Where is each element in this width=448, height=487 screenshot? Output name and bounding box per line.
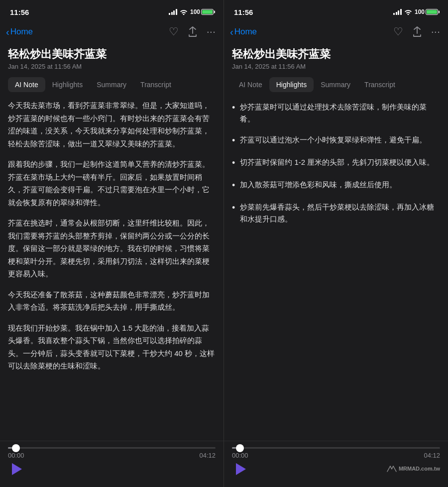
status-time-right: 11:56 — [234, 8, 253, 16]
status-icons-right: 100 — [393, 8, 438, 15]
audio-track-right[interactable] — [232, 447, 440, 449]
chevron-left-icon: ‹ — [6, 27, 9, 37]
audio-current-time-left: 00:00 — [8, 452, 24, 459]
nav-bar-left: ‹ Home ♡ ··· — [0, 22, 224, 44]
signal-icon-left — [169, 9, 177, 15]
paragraph-4: 今天我还准备了散茶菇，这种蘑菇颜色非常漂亮，炒芥蓝时加入非常合适。将茶菇洗净后把… — [8, 288, 216, 314]
audio-player-right: 00:00 04:12 — [224, 441, 448, 487]
play-button-right[interactable] — [232, 461, 248, 477]
more-icon-left[interactable]: ··· — [207, 25, 216, 38]
highlight-item-5: 炒菜前先爆香蒜头，然后干炒菜梗以去除涩味，再加入冰糖和水提升口感。 — [232, 201, 440, 225]
nav-home-label-left: Home — [10, 27, 33, 37]
tabs-right: AI Note Highlights Summary Transcript — [224, 72, 448, 97]
tabs-left: AI Note Highlights Summary Transcript — [0, 72, 224, 97]
status-bar-right: 11:56 100 — [224, 0, 448, 22]
audio-times-left: 00:00 04:12 — [8, 452, 216, 459]
nav-home-label-right: Home — [234, 27, 257, 37]
nav-actions-left: ♡ ··· — [169, 25, 216, 38]
audio-total-time-right: 04:12 — [424, 452, 440, 459]
article-header-left: 轻松炒出美味芥蓝菜 Jan 14, 2025 at 11:56 AM — [0, 44, 224, 72]
watermark-text: MRMAD.com.tw — [399, 466, 440, 472]
back-button-right[interactable]: ‹ Home — [230, 27, 257, 37]
left-phone: 11:56 100 ‹ Home — [0, 0, 224, 487]
battery-left: 100 — [190, 8, 214, 15]
audio-player-left: 00:00 04:12 — [0, 441, 224, 487]
tab-ai-note-left[interactable]: AI Note — [8, 77, 45, 92]
highlight-item-2: 芥蓝可以通过泡水一个小时恢复翠绿和弹性，避免干扁。 — [232, 134, 440, 147]
article-date-left: Jan 14, 2025 at 11:56 AM — [8, 63, 216, 70]
share-icon-right[interactable] — [412, 26, 422, 37]
content-text-left: 今天我去菜市场，看到芥蓝菜非常翠绿。但是，大家知道吗，炒芥蓝菜的时候也有一些小窍… — [8, 99, 216, 372]
status-bar-left: 11:56 100 — [0, 0, 224, 22]
article-header-right: 轻松炒出美味芥蓝菜 Jan 14, 2025 at 11:56 AM — [224, 44, 448, 72]
audio-total-time-left: 04:12 — [199, 452, 216, 459]
signal-icon-right — [393, 9, 402, 15]
highlights-list: 炒芥蓝菜时可以通过处理技术去除苦涩味，制作美味的菜肴。 芥蓝可以通过泡水一个小时… — [232, 99, 440, 236]
battery-icon-left — [201, 9, 214, 15]
tab-transcript-right[interactable]: Transcript — [357, 77, 402, 92]
wifi-icon-right — [404, 9, 412, 15]
battery-right: 100 — [415, 8, 438, 15]
status-time-left: 11:56 — [10, 8, 29, 16]
article-title-left: 轻松炒出美味芥蓝菜 — [8, 48, 216, 61]
highlight-item-4: 加入散茶菇可增添色彩和风味，撕成丝后使用。 — [232, 179, 440, 192]
more-icon-right[interactable]: ··· — [431, 25, 440, 38]
paragraph-5: 现在我们开始炒菜。我在锅中加入 1.5 大匙的油，接着加入蒜头爆香。我喜欢整个蒜… — [8, 322, 216, 372]
tab-transcript-left[interactable]: Transcript — [133, 77, 178, 92]
paragraph-3: 芥蓝在挑选时，通常会从根部切断，这里纤维比较粗。因此，我们需要将芥蓝的头部整齐剪… — [8, 217, 216, 280]
highlights-area-right: 炒芥蓝菜时可以通过处理技术去除苦涩味，制作美味的菜肴。 芥蓝可以通过泡水一个小时… — [224, 97, 448, 441]
chevron-left-icon-right: ‹ — [230, 27, 233, 37]
tab-summary-left[interactable]: Summary — [90, 77, 133, 92]
content-area-left: 今天我去菜市场，看到芥蓝菜非常翠绿。但是，大家知道吗，炒芥蓝菜的时候也有一些小窍… — [0, 97, 224, 441]
right-phone: 11:56 100 ‹ Home — [224, 0, 448, 487]
tab-summary-right[interactable]: Summary — [314, 77, 357, 92]
audio-times-right: 00:00 04:12 — [232, 452, 440, 459]
back-button-left[interactable]: ‹ Home — [6, 27, 33, 37]
play-button-left[interactable] — [8, 461, 24, 477]
battery-icon-right — [426, 9, 438, 15]
tab-highlights-left[interactable]: Highlights — [45, 77, 90, 92]
audio-controls-left — [8, 461, 216, 477]
status-icons-left: 100 — [169, 8, 214, 15]
article-date-right: Jan 14, 2025 at 11:56 AM — [232, 63, 440, 70]
nav-bar-right: ‹ Home ♡ ··· — [224, 22, 448, 44]
paragraph-2: 跟着我的步骤，我们一起制作这道简单又营养的清炒芥蓝菜。芥蓝在菜市场上大约一磅有半… — [8, 158, 216, 209]
nav-actions-right: ♡ ··· — [393, 25, 440, 38]
highlight-item-1: 炒芥蓝菜时可以通过处理技术去除苦涩味，制作美味的菜肴。 — [232, 101, 440, 125]
highlight-item-3: 切芥蓝时保留约 1-2 厘米的头部，先斜刀切菜梗以便入味。 — [232, 156, 440, 170]
watermark: MRMAD.com.tw — [387, 465, 440, 472]
audio-track-left[interactable] — [8, 447, 216, 449]
share-icon-left[interactable] — [188, 26, 198, 37]
audio-current-time-right: 00:00 — [232, 452, 248, 459]
tab-highlights-right[interactable]: Highlights — [269, 77, 314, 92]
wifi-icon-left — [180, 9, 188, 15]
heart-icon-right[interactable]: ♡ — [393, 25, 403, 38]
heart-icon-left[interactable]: ♡ — [169, 25, 179, 38]
article-title-right: 轻松炒出美味芥蓝菜 — [232, 48, 440, 61]
paragraph-1: 今天我去菜市场，看到芥蓝菜非常翠绿。但是，大家知道吗，炒芥蓝菜的时候也有一些小窍… — [8, 99, 216, 150]
tab-ai-note-right[interactable]: AI Note — [232, 77, 269, 92]
